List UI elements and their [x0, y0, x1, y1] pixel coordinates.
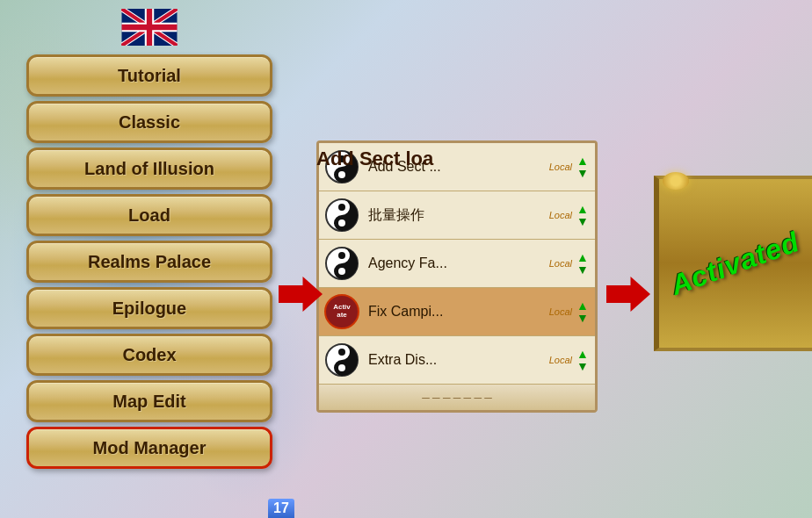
menu-button-epilogue[interactable]: Epilogue: [26, 287, 272, 329]
sort-arrows-fix-campi[interactable]: ▲ ▼: [574, 299, 591, 324]
arrow-left-shape: [279, 277, 323, 312]
svg-point-11: [338, 349, 345, 356]
menu-button-classic[interactable]: Classic: [26, 101, 272, 143]
mod-tag-batch-ops: Local: [549, 210, 572, 220]
mod-row-fix-campi[interactable]: Activate Fix Campi... Local ▲ ▼: [319, 288, 595, 336]
svg-point-5: [338, 204, 345, 211]
menu-button-map-edit[interactable]: Map Edit: [26, 380, 272, 422]
svg-point-3: [338, 171, 345, 178]
svg-point-12: [338, 364, 345, 371]
mod-tag-add-sect: Local: [549, 162, 572, 172]
menu-button-codex[interactable]: Codex: [26, 334, 272, 376]
menu-button-land-of-illusion[interactable]: Land of Illusion: [26, 147, 272, 190]
mod-tag-fix-campi: Local: [549, 306, 572, 317]
mod-icon-batch-ops: [323, 196, 361, 234]
menu-button-mod-manager[interactable]: Mod Manager: [26, 427, 272, 469]
sort-arrows-agency-fa[interactable]: ▲ ▼: [574, 251, 591, 276]
activated-status-text: Activated: [667, 225, 804, 301]
mod-tag-extra-dis: Local: [549, 355, 572, 365]
mod-list-panel: Add Sect ... Local ▲ ▼ 批量操作 Local ▲ ▼: [316, 140, 598, 413]
svg-point-8: [338, 252, 345, 259]
mod-row-agency-fa[interactable]: Agency Fa... Local ▲ ▼: [319, 240, 595, 288]
left-menu-panel: Tutorial Classic Land of Illusion Load R…: [0, 0, 299, 518]
menu-button-realms-palace[interactable]: Realms Palace: [26, 241, 272, 283]
menu-button-load[interactable]: Load: [26, 194, 272, 236]
arrow-left: [279, 277, 323, 312]
mod-icon-extra-dis: [323, 341, 361, 379]
svg-point-9: [338, 268, 345, 275]
mod-name-fix-campi: Fix Campi...: [365, 304, 549, 320]
mod-name-batch-ops: 批量操作: [365, 206, 549, 225]
bottom-badge: 17: [268, 499, 294, 518]
sort-arrows-extra-dis[interactable]: ▲ ▼: [574, 348, 591, 372]
menu-button-tutorial[interactable]: Tutorial: [26, 54, 272, 97]
activate-icon: Activate: [324, 294, 359, 329]
mod-tag-agency-fa: Local: [549, 258, 572, 269]
arrow-right-shape: [606, 277, 650, 312]
arrow-right: [606, 277, 650, 312]
mod-list-title: Add Sect loa: [316, 147, 433, 170]
mod-list-scrollbar[interactable]: ─ ─ ─ ─ ─ ─ ─: [319, 384, 595, 410]
mod-icon-fix-campi: Activate: [323, 292, 361, 331]
uk-flag[interactable]: [121, 9, 178, 46]
svg-point-6: [338, 219, 345, 227]
sort-arrows-batch-ops[interactable]: ▲ ▼: [574, 203, 591, 227]
sort-arrows-add-sect[interactable]: ▲ ▼: [574, 155, 591, 179]
mod-name-extra-dis: Extra Dis...: [365, 352, 549, 368]
mod-row-extra-dis[interactable]: Extra Dis... Local ▲ ▼: [319, 336, 595, 385]
mod-icon-agency-fa: [323, 244, 361, 283]
mod-name-agency-fa: Agency Fa...: [365, 255, 549, 271]
mod-row-batch-ops[interactable]: 批量操作 Local ▲ ▼: [319, 191, 595, 240]
lamp-decoration: [663, 172, 689, 190]
right-panel-activated: Activated: [654, 176, 812, 351]
